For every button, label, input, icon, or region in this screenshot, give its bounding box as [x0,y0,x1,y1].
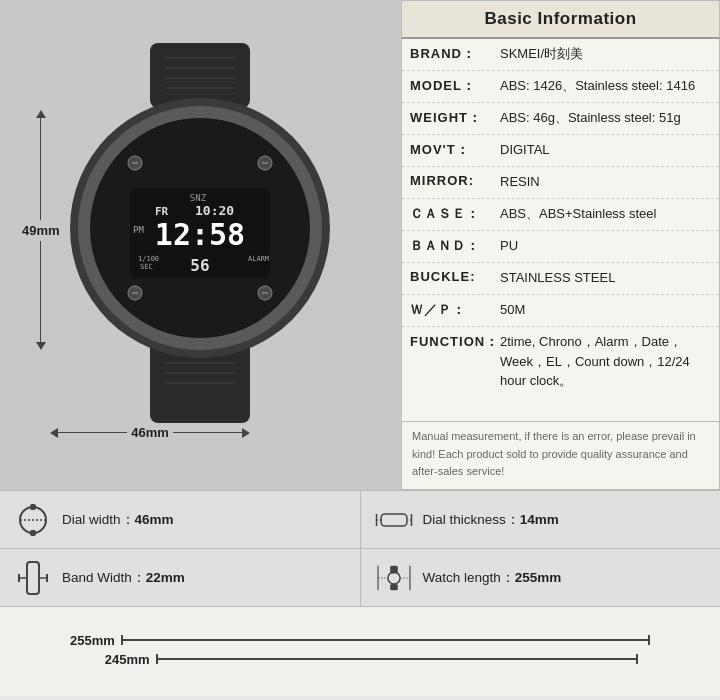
band-width-cell: Band Width：22mm [0,549,361,606]
watch-image: SNZ FR 10:20 PM 12:58 1/100 SEC ALARM 56 [50,43,350,427]
buckle-value: STAINLESS STEEL [500,268,711,288]
svg-point-54 [387,571,399,583]
diagram-content: 255mm 245mm [40,633,680,671]
diagram-section: 255mm 245mm [0,606,720,696]
case-key: ＣＡＳＥ： [410,204,500,223]
model-key: MODEL： [410,76,500,95]
case-value: ABS、ABS+Stainless steel [500,204,711,224]
buckle-row: BUCKLE: STAINLESS STEEL [402,263,719,295]
svg-text:SNZ: SNZ [190,193,207,203]
dim-46mm-label: 46mm [127,425,173,440]
dial-thickness-cell: Dial thickness：14mm [361,491,721,548]
watch-svg: SNZ FR 10:20 PM 12:58 1/100 SEC ALARM 56 [50,43,350,423]
dial-thickness-text: Dial thickness：14mm [423,511,559,529]
band-key: ＢＡＮＤ： [410,236,500,255]
movement-value: DIGITAL [500,140,711,160]
brand-key: BRAND： [410,44,500,63]
watch-length-icon [375,559,413,597]
dim-v-line-top [40,118,41,220]
info-note: Manual measurement, if there is an error… [401,422,720,490]
dim-h-line-left [58,432,127,433]
svg-rect-48 [27,562,39,594]
weight-row: WEIGHT： ABS: 46g、Stainless steel: 51g [402,103,719,135]
specs-row-1: Dial width：46mm Dial thickness：14mm [0,490,720,548]
svg-text:1/100: 1/100 [138,255,159,263]
dial-width-value: 46mm [135,512,174,527]
dial-width-icon [14,501,52,539]
buckle-key: BUCKLE: [410,268,500,284]
dim-255-row: 255mm [70,633,650,648]
band-width-value: 22mm [146,570,185,585]
dial-width-cell: Dial width：46mm [0,491,361,548]
svg-text:SEC: SEC [140,263,153,271]
arrow-down-icon [36,342,46,350]
dim-245-row: 245mm [105,652,639,667]
svg-text:ALARM: ALARM [248,255,269,263]
function-value: 2time, Chrono，Alarm，Date，Week，EL，Count d… [500,332,711,391]
svg-text:56: 56 [190,256,209,275]
svg-rect-43 [381,513,407,525]
watch-length-cell: Watch length：255mm [361,549,721,606]
movement-row: MOV'T： DIGITAL [402,135,719,167]
dim-255-tick-right [648,635,650,645]
mirror-value: RESIN [500,172,711,192]
wp-value: 50M [500,300,711,320]
svg-text:10:20: 10:20 [195,203,234,218]
dim-h-line-right [173,432,242,433]
band-width-label: Band Width： [62,570,146,585]
watch-length-value: 255mm [515,570,562,585]
dim-245-bar [158,658,637,660]
dim-245-line [156,654,639,664]
mirror-key: MIRROR: [410,172,500,188]
page-container: 49mm [0,0,720,700]
dial-width-label: Dial width： [62,512,135,527]
model-row: MODEL： ABS: 1426、Stainless steel: 1416 [402,71,719,103]
svg-text:12:58: 12:58 [155,217,245,252]
info-table: BRAND： SKMEI/时刻美 MODEL： ABS: 1426、Stainl… [401,39,720,422]
weight-value: ABS: 46g、Stainless steel: 51g [500,108,711,128]
svg-text:PM: PM [133,225,144,235]
dim-v-line-bottom [40,241,41,343]
dim-245-label: 245mm [105,652,150,667]
dial-thickness-label: Dial thickness： [423,512,520,527]
dim-245-tick-right [636,654,638,664]
info-title: Basic Information [401,0,720,39]
band-row: ＢＡＮＤ： PU [402,231,719,263]
band-width-icon [14,559,52,597]
brand-row: BRAND： SKMEI/时刻美 [402,39,719,71]
specs-row-2: Band Width：22mm [0,548,720,606]
dim-255-line [121,635,650,645]
wp-key: Ｗ／Ｐ： [410,300,500,319]
watch-length-text: Watch length：255mm [423,569,562,587]
dim-255-bar [123,639,648,641]
arrow-left-icon [50,428,58,438]
svg-rect-41 [30,530,36,536]
arrow-up-icon [36,110,46,118]
brand-value: SKMEI/时刻美 [500,44,711,64]
wp-row: Ｗ／Ｐ： 50M [402,295,719,327]
model-value: ABS: 1426、Stainless steel: 1416 [500,76,711,96]
watch-image-area: 49mm [0,0,400,490]
weight-key: WEIGHT： [410,108,500,127]
specs-section: Dial width：46mm Dial thickness：14mm [0,490,720,606]
case-row: ＣＡＳＥ： ABS、ABS+Stainless steel [402,199,719,231]
function-row: FUNCTION： 2time, Chrono，Alarm，Date，Week，… [402,327,719,396]
band-width-text: Band Width：22mm [62,569,185,587]
dial-thickness-icon [375,501,413,539]
mirror-row: MIRROR: RESIN [402,167,719,199]
watch-length-label: Watch length： [423,570,515,585]
note-text: Manual measurement, if there is an error… [412,430,696,477]
dial-thickness-value: 14mm [520,512,559,527]
info-panel: Basic Information BRAND： SKMEI/时刻美 MODEL… [400,0,720,490]
svg-rect-40 [30,504,36,510]
band-value: PU [500,236,711,256]
top-section: 49mm [0,0,720,490]
dim-46mm-group: 46mm [50,425,250,440]
svg-rect-55 [390,584,398,590]
dial-width-text: Dial width：46mm [62,511,174,529]
function-key: FUNCTION： [410,332,500,351]
movement-key: MOV'T： [410,140,500,159]
arrow-right-icon [242,428,250,438]
dim-255-label: 255mm [70,633,115,648]
